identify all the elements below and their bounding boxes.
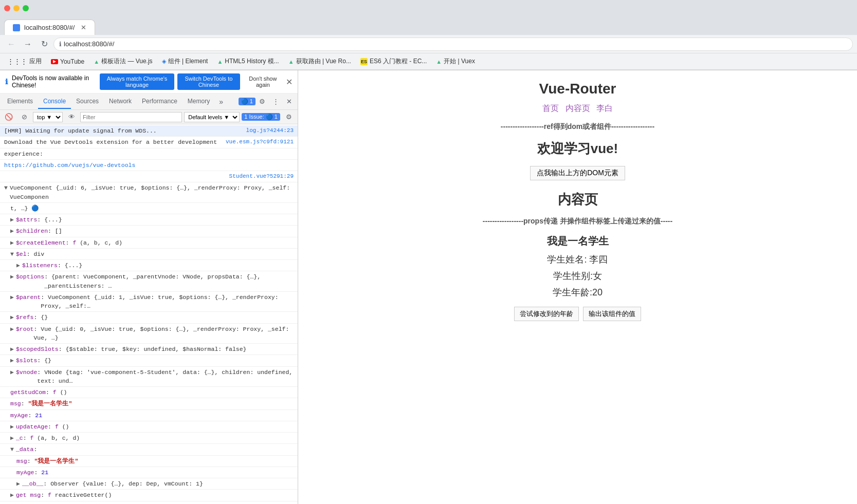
- expand-arrow-parent[interactable]: ▶: [10, 293, 14, 302]
- expand-arrow-listeners[interactable]: ▶: [16, 261, 20, 270]
- output-value-button[interactable]: 输出该组件的值: [583, 307, 641, 321]
- console-line-data: ▼ _data:: [0, 444, 298, 455]
- eye-icon[interactable]: 👁: [65, 110, 78, 124]
- match-language-button[interactable]: Always match Chrome's language: [100, 73, 174, 90]
- bookmark-es6-label: ES6 入门教程 - EC...: [370, 57, 427, 66]
- prop-key-options: $options: [16, 272, 44, 281]
- tab-performance[interactable]: Performance: [137, 95, 183, 109]
- more-tabs-button[interactable]: »: [215, 95, 227, 109]
- console-line-github-link[interactable]: https://github.com/vuejs/vue-devtools: [4, 161, 294, 170]
- console-line-getstudcom-text: getStudCom: f (): [10, 388, 294, 397]
- tab-console[interactable]: Console: [38, 95, 71, 109]
- tab-elements[interactable]: Elements: [2, 95, 38, 109]
- issues-count-badge: 1 Issue: 🔵 1: [242, 113, 280, 121]
- expand-arrow-slots[interactable]: ▶: [10, 356, 14, 365]
- expand-arrow-scoped[interactable]: ▶: [10, 345, 14, 353]
- console-line-devtools1-link[interactable]: vue.esm.js?c9fd:9121: [226, 138, 294, 146]
- bookmark-vuex[interactable]: ▲ 开始 | Vuex: [433, 56, 478, 67]
- nav-link-home[interactable]: 首页: [542, 104, 559, 113]
- expand-arrow-updateage[interactable]: ▶: [10, 422, 14, 431]
- console-line-data-age-text: myAge: 21: [16, 468, 294, 477]
- dom-output-button[interactable]: 点我输出上方的DOM元素: [530, 166, 625, 180]
- expand-arrow-children[interactable]: ▶: [10, 227, 14, 235]
- tab-title: localhost:8080/#/: [24, 24, 75, 31]
- console-line-updateage-text: updateAge: f (): [16, 422, 294, 431]
- nav-link-content[interactable]: 内容页: [566, 104, 590, 113]
- maximize-button[interactable]: [23, 5, 29, 11]
- prop-val-refs: : {}: [33, 313, 48, 322]
- expand-arrow-vnode[interactable]: ▶: [10, 368, 14, 377]
- expand-arrow-root[interactable]: ▶: [10, 325, 14, 333]
- prop-key-listeners: $listeners: [22, 261, 58, 270]
- tab-console-label: Console: [43, 98, 66, 105]
- es6-favicon: ES: [360, 58, 368, 65]
- bookmark-youtube-label: YouTube: [60, 58, 84, 65]
- clear-console-button[interactable]: 🚫: [2, 110, 15, 124]
- expand-arrow-options[interactable]: ▶: [10, 272, 14, 281]
- expand-arrow-ob[interactable]: ▶: [16, 479, 20, 488]
- expand-arrow-vuecomp[interactable]: ▼: [4, 183, 8, 192]
- console-line-data-msg: msg: "我是一名学生": [0, 456, 298, 467]
- expand-arrow-getmsg[interactable]: ▶: [10, 491, 14, 499]
- action-buttons: 尝试修改到的年龄 输出该组件的值: [514, 307, 641, 321]
- close-button[interactable]: [4, 5, 10, 11]
- prop-val-scoped: : {$stable: true, $key: undefined, $hasN…: [59, 345, 247, 353]
- minimize-button[interactable]: [13, 5, 20, 11]
- address-bar[interactable]: ℹ localhost:8080/#/: [53, 38, 853, 51]
- bookmark-es6[interactable]: ES ES6 入门教程 - EC...: [357, 56, 430, 67]
- console-line-student-ref-link[interactable]: Student.vue?5291:29: [229, 172, 294, 181]
- expand-arrow-setmsg[interactable]: ▶: [10, 502, 14, 505]
- prop-key-refs: $refs: [16, 313, 34, 322]
- more-options-icon[interactable]: ⋮: [269, 95, 282, 108]
- bookmark-vuex-label: 开始 | Vuex: [444, 57, 475, 66]
- context-select[interactable]: top ▼: [33, 112, 63, 122]
- expand-arrow-data[interactable]: ▼: [10, 445, 14, 454]
- back-button[interactable]: ←: [4, 37, 19, 51]
- settings-icon[interactable]: ⚙: [256, 95, 269, 108]
- student-title: 我是一名学生: [547, 234, 609, 248]
- expand-arrow-c[interactable]: ▶: [10, 434, 14, 442]
- console-line-getmsg: ▶ get msg: f reactiveGetter(): [0, 490, 298, 501]
- props-section-divider: -----------------props传递 并操作组件标签上传递过来的值-…: [483, 217, 672, 226]
- tab-memory[interactable]: Memory: [183, 95, 215, 109]
- tab-favicon: [13, 24, 20, 31]
- refresh-button[interactable]: ↻: [37, 37, 51, 51]
- tab-network[interactable]: Network: [104, 95, 137, 109]
- notification-close-button[interactable]: ✕: [286, 77, 293, 87]
- bookmark-html5[interactable]: ▲ HTML5 History 模...: [214, 56, 282, 67]
- tab-close-icon[interactable]: ✕: [81, 24, 86, 31]
- console-settings-icon[interactable]: ⚙: [282, 110, 296, 124]
- switch-chinese-button[interactable]: Switch DevTools to Chinese: [177, 73, 240, 90]
- expand-arrow-createelement[interactable]: ▶: [10, 238, 14, 247]
- expand-arrow-attrs[interactable]: ▶: [10, 215, 14, 224]
- element-favicon: ◈: [162, 58, 166, 65]
- console-output[interactable]: [HMR] Waiting for update signal from WDS…: [0, 124, 298, 504]
- prop-key-scoped: $scopedSlots: [16, 345, 59, 353]
- level-select[interactable]: Default levels ▼: [184, 112, 240, 122]
- bookmark-youtube[interactable]: ▶ YouTube: [48, 57, 87, 66]
- expand-arrow-refs[interactable]: ▶: [10, 313, 14, 322]
- console-line-hmr-link[interactable]: log.js?4244:23: [246, 126, 294, 135]
- modify-age-button[interactable]: 尝试修改到的年龄: [514, 307, 579, 321]
- bookmark-vuejs[interactable]: ▲ 模板语法 — Vue.js: [90, 56, 155, 67]
- bookmark-vuejs-label: 模板语法 — Vue.js: [101, 57, 153, 66]
- content-page-title: 内容页: [558, 191, 598, 209]
- bookmark-element[interactable]: ◈ 组件 | Element: [159, 56, 211, 67]
- console-line-ob: ▶ __ob__: Observer {value: {…}, dep: Dep…: [0, 478, 298, 490]
- prop-val-options: : {parent: VueComponent, _parentVnode: V…: [44, 272, 294, 290]
- prop-key-root: $root: [16, 325, 34, 333]
- expand-arrow-el[interactable]: ▼: [10, 250, 14, 258]
- nav-link-libai[interactable]: 李白: [596, 104, 613, 113]
- tab-bar: localhost:8080/#/ ✕: [0, 16, 857, 35]
- dont-show-again-button[interactable]: Don't show again: [243, 73, 283, 90]
- filter-icon[interactable]: ⊘: [17, 110, 31, 124]
- close-devtools-button[interactable]: ✕: [282, 95, 296, 108]
- active-tab[interactable]: localhost:8080/#/ ✕: [4, 20, 95, 35]
- bookmark-apps[interactable]: ⋮⋮⋮ 应用: [4, 56, 45, 67]
- filter-input[interactable]: [80, 112, 182, 122]
- bookmarks-bar: ⋮⋮⋮ 应用 ▶ YouTube ▲ 模板语法 — Vue.js ◈ 组件 | …: [0, 53, 857, 70]
- console-line-updateage: ▶ updateAge: f (): [0, 421, 298, 433]
- tab-sources[interactable]: Sources: [71, 95, 104, 109]
- forward-button[interactable]: →: [21, 37, 35, 51]
- bookmark-vue-router[interactable]: ▲ 获取路由 | Vue Ro...: [285, 56, 354, 67]
